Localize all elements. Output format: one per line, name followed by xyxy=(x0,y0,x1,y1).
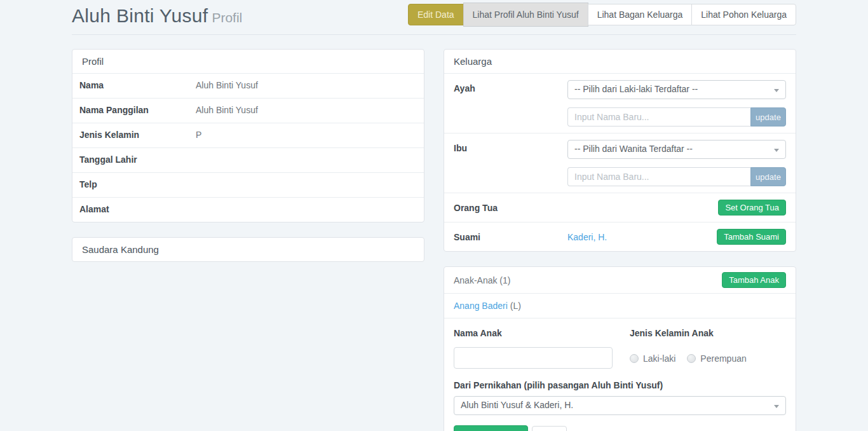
table-row: Nama Panggilan Aluh Binti Yusuf xyxy=(72,98,424,123)
profil-panel-title: Profil xyxy=(72,50,424,73)
ayah-label: Ayah xyxy=(454,80,567,93)
batal-button[interactable]: Batal xyxy=(532,426,567,431)
nama-anak-label: Nama Anak xyxy=(454,328,620,338)
row-label: Telp xyxy=(79,179,196,189)
child-gender-suffix: (L) xyxy=(510,301,521,311)
add-child-form: Nama Anak Jenis Kelamin Anak Laki-laki xyxy=(444,318,796,431)
ibu-new-name-input[interactable] xyxy=(567,167,750,186)
row-label: Alamat xyxy=(79,204,196,214)
tambah-suami-button[interactable]: Tambah Suami xyxy=(717,229,786,245)
ibu-row: Ibu -- Pilih dari Wanita Terdaftar -- up… xyxy=(444,133,796,193)
dari-pernikahan-label: Dari Pernikahan (pilih pasangan Aluh Bin… xyxy=(454,380,786,390)
ibu-update-button[interactable]: update xyxy=(750,167,786,186)
row-value: P xyxy=(196,130,201,140)
radio-icon xyxy=(630,354,639,363)
row-label: Nama Panggilan xyxy=(79,105,196,115)
ibu-label: Ibu xyxy=(454,140,567,153)
radio-icon xyxy=(687,354,696,363)
table-row: Jenis Kelamin P xyxy=(72,123,424,147)
radio-perempuan-label: Perempuan xyxy=(700,353,746,364)
pernikahan-select-value: Aluh Binti Yusuf & Kaderi, H. xyxy=(461,400,573,410)
anak-anak-panel: Anak-Anak (1) Tambah Anak Anang Baderi (… xyxy=(444,266,796,431)
tambah-anak-header-button[interactable]: Tambah Anak xyxy=(722,272,786,288)
ayah-select-value: -- Pilih dari Laki-laki Terdaftar -- xyxy=(574,84,698,94)
suami-link[interactable]: Kaderi, H. xyxy=(567,232,607,242)
ayah-row: Ayah -- Pilih dari Laki-laki Terdaftar -… xyxy=(444,73,796,133)
chevron-down-icon xyxy=(774,89,779,92)
suami-label: Suami xyxy=(454,232,567,242)
nama-anak-input[interactable] xyxy=(454,347,613,369)
row-label: Tanggal Lahir xyxy=(79,154,196,165)
row-value: Aluh Binti Yusuf xyxy=(196,105,258,115)
table-row: Tanggal Lahir xyxy=(72,147,424,172)
nama-link[interactable]: Aluh Binti Yusuf xyxy=(196,80,258,90)
table-row: Alamat xyxy=(72,197,424,222)
orang-tua-row: Orang Tua Set Orang Tua xyxy=(444,193,796,222)
saudara-kandung-panel-title: Saudara Kandung xyxy=(72,238,424,261)
jenis-kelamin-anak-label: Jenis Kelamin Anak xyxy=(630,328,786,338)
suami-row: Suami Kaderi, H. Tambah Suami xyxy=(444,222,796,251)
table-row: Nama Aluh Binti Yusuf xyxy=(72,73,424,98)
ayah-select[interactable]: -- Pilih dari Laki-laki Terdaftar -- xyxy=(567,80,786,99)
view-button-group: Edit Data Lihat Profil Aluh Binti Yusuf … xyxy=(408,3,796,27)
page-subtitle: Profil xyxy=(212,10,242,25)
chevron-down-icon xyxy=(774,149,779,152)
row-label: Nama xyxy=(79,80,196,90)
saudara-kandung-panel: Saudara Kandung xyxy=(72,237,424,262)
lihat-profil-button[interactable]: Lihat Profil Aluh Binti Yusuf xyxy=(463,3,588,27)
tambah-anak-submit-button[interactable]: Tambah Anak xyxy=(454,425,528,431)
lihat-pohon-keluarga-button[interactable]: Lihat Pohon Keluarga xyxy=(691,4,796,25)
page-header: Aluh Binti YusufProfil Edit Data Lihat P… xyxy=(72,0,796,35)
child-name-link[interactable]: Anang Baderi xyxy=(454,301,508,311)
set-orang-tua-button[interactable]: Set Orang Tua xyxy=(718,200,786,216)
keluarga-panel-title: Keluarga xyxy=(444,50,796,73)
ibu-select-value: -- Pilih dari Wanita Terdaftar -- xyxy=(574,144,693,154)
radio-laki-laki[interactable]: Laki-laki xyxy=(630,353,675,364)
table-row: Telp xyxy=(72,172,424,197)
child-list-item: Anang Baderi (L) xyxy=(444,293,796,318)
ayah-update-button[interactable]: update xyxy=(750,107,786,127)
ayah-new-name-input[interactable] xyxy=(567,107,750,127)
anak-anak-panel-title: Anak-Anak (1) xyxy=(454,275,510,285)
row-label: Jenis Kelamin xyxy=(79,130,196,140)
radio-laki-laki-label: Laki-laki xyxy=(643,353,675,364)
edit-data-button[interactable]: Edit Data xyxy=(408,4,464,25)
page-title: Aluh Binti Yusuf xyxy=(72,5,208,27)
orang-tua-label: Orang Tua xyxy=(454,203,567,213)
ibu-select[interactable]: -- Pilih dari Wanita Terdaftar -- xyxy=(567,140,786,159)
pernikahan-select[interactable]: Aluh Binti Yusuf & Kaderi, H. xyxy=(454,396,786,415)
keluarga-panel: Keluarga Ayah -- Pilih dari Laki-laki Te… xyxy=(444,49,796,252)
lihat-bagan-keluarga-button[interactable]: Lihat Bagan Keluarga xyxy=(588,4,693,25)
profil-panel: Profil Nama Aluh Binti Yusuf Nama Panggi… xyxy=(72,49,424,222)
radio-perempuan[interactable]: Perempuan xyxy=(687,353,746,364)
chevron-down-icon xyxy=(774,405,779,408)
